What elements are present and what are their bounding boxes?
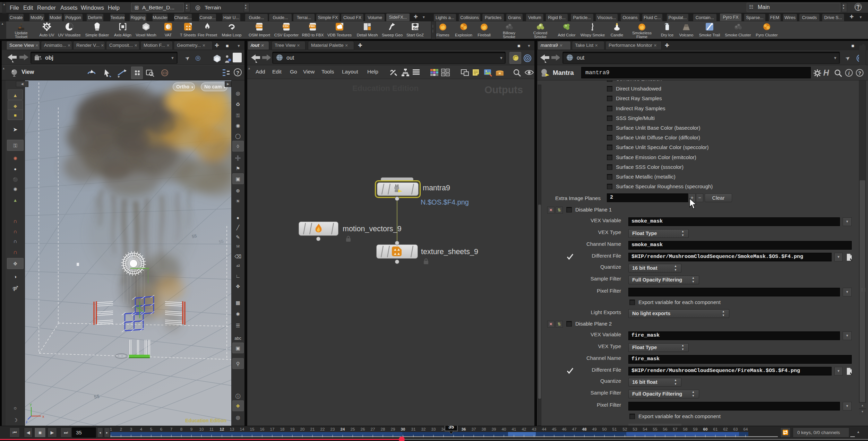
svg-text:62: 62 [723,427,728,431]
svg-text:y: y [30,402,32,406]
svg-text:39: 39 [492,427,496,431]
svg-text:10: 10 [199,427,204,431]
svg-text:41: 41 [512,427,516,431]
svg-text:44: 44 [542,427,547,431]
svg-text:z: z [26,420,28,424]
svg-text:63: 63 [733,427,738,431]
svg-text:26: 26 [361,427,365,431]
svg-text:55: 55 [191,233,197,239]
svg-text:55: 55 [94,393,100,399]
svg-text:30: 30 [401,427,405,431]
svg-text:54: 54 [643,427,647,431]
svg-text:38: 38 [482,427,486,431]
svg-text:x: x [42,414,44,418]
svg-text:55: 55 [218,239,224,244]
svg-text:28: 28 [381,427,385,431]
svg-text:22: 22 [320,427,325,431]
svg-text:36: 36 [462,427,466,431]
svg-text:Education Edition: Education Edition [185,418,226,423]
svg-text:15: 15 [250,427,255,431]
svg-text:17: 17 [270,427,275,431]
svg-text:37: 37 [472,427,476,431]
svg-text:31: 31 [411,427,416,431]
svg-text:33: 33 [431,427,436,431]
svg-text:46: 46 [562,427,567,431]
svg-text:61: 61 [713,427,718,431]
svg-text:27: 27 [371,427,375,431]
svg-text:6: 6 [160,427,162,431]
svg-text:14: 14 [240,427,244,431]
svg-text:7: 7 [170,427,172,431]
svg-text:40: 40 [502,427,506,431]
svg-text:42: 42 [522,427,526,431]
svg-text:5: 5 [150,427,152,431]
svg-text:56: 56 [663,427,668,431]
svg-text:29: 29 [391,427,395,431]
svg-text:25: 25 [351,427,355,431]
svg-text:16: 16 [260,427,265,431]
svg-text:49: 49 [592,427,597,431]
svg-text:19: 19 [290,427,295,431]
svg-text:47: 47 [572,427,577,431]
svg-text:48: 48 [582,427,587,431]
svg-text:3: 3 [130,427,132,431]
svg-text:12: 12 [220,427,224,431]
svg-text:GoZ: GoZ [413,27,419,30]
svg-text:4: 4 [140,427,143,431]
svg-text:35: 35 [448,426,454,430]
svg-text:57: 57 [673,427,678,431]
svg-text:55: 55 [653,427,658,431]
svg-text:11: 11 [209,427,214,431]
svg-text:9: 9 [190,427,192,431]
svg-text:23: 23 [330,427,335,431]
svg-text:18: 18 [280,427,285,431]
svg-text:64: 64 [744,427,748,431]
svg-text:32: 32 [421,427,426,431]
svg-text:45: 45 [552,427,557,431]
svg-text:21: 21 [310,427,315,431]
svg-text:8: 8 [180,427,182,431]
svg-text:59: 59 [693,427,698,431]
svg-text:43: 43 [532,427,536,431]
svg-text:51: 51 [612,427,617,431]
svg-text:20: 20 [300,427,305,431]
svg-text:13: 13 [230,427,234,431]
svg-text:60: 60 [703,427,708,431]
svg-text:1: 1 [110,427,112,431]
svg-text:2: 2 [120,427,122,431]
svg-text:53: 53 [633,427,637,431]
svg-text:58: 58 [683,427,688,431]
svg-text:52: 52 [623,427,627,431]
svg-text:50: 50 [602,427,607,431]
svg-text:24: 24 [341,427,345,431]
